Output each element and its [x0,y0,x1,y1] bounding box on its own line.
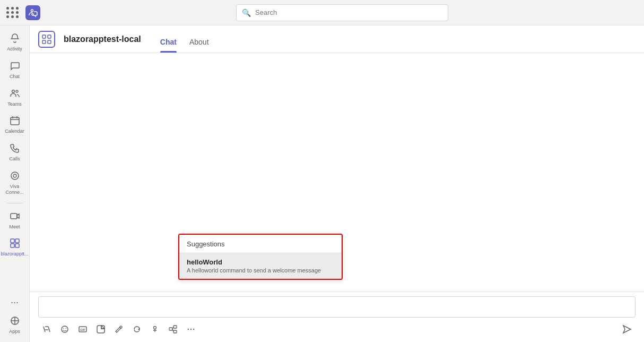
svg-rect-11 [15,239,19,243]
svg-point-35 [188,329,189,330]
sidebar-apps-label: Apps [9,329,20,335]
svg-rect-12 [11,244,14,247]
svg-point-28 [120,326,122,328]
suggestion-item-helloworld[interactable]: helloWorld A helloworld command to send … [179,253,342,279]
search-input[interactable] [255,8,442,16]
svg-rect-9 [11,213,17,219]
calls-icon [10,143,20,155]
message-input-box[interactable] [38,296,636,318]
top-bar: 🔍 [0,0,644,25]
svg-rect-17 [42,35,46,38]
content-area: blazorapptest-local Chat About Suggestio… [30,25,644,342]
svg-rect-18 [48,35,51,38]
activity-icon [10,33,20,45]
sidebar-chat-label: Chat [10,74,20,80]
sidebar-more-button[interactable]: ... [6,290,23,310]
svg-point-36 [190,329,192,330]
sidebar-calls-label: Calls [9,156,20,162]
search-icon: 🔍 [242,8,251,17]
svg-point-37 [193,329,194,330]
teams-logo [25,5,40,20]
svg-rect-20 [48,40,51,44]
svg-point-7 [11,172,19,179]
viva-icon [10,170,20,183]
svg-text:GIF: GIF [80,328,85,331]
svg-rect-3 [11,117,19,125]
app-icon-box [38,31,55,48]
search-bar[interactable]: 🔍 [236,4,448,21]
svg-rect-19 [42,40,46,44]
sidebar-teams-label: Teams [7,101,22,107]
svg-point-23 [66,328,67,329]
sidebar-item-calls[interactable]: Calls [1,140,29,165]
praise-button[interactable] [146,321,163,338]
sidebar-item-blazorapp[interactable]: blazorapptt... [1,235,29,260]
toolbar-row: GIF [38,321,636,338]
svg-rect-31 [173,326,177,328]
tab-chat[interactable]: Chat [154,25,183,53]
sidebar-item-activity[interactable]: Activity [1,30,29,55]
more-options-button[interactable] [182,321,199,338]
teams-icon [10,88,20,100]
sidebar: Activity Chat Teams [0,25,30,342]
tab-header: blazorapptest-local Chat About [30,25,644,53]
svg-rect-26 [97,326,105,333]
sidebar-divider [6,203,23,203]
blazorapp-icon [10,238,20,250]
tabs: Chat About [154,25,215,53]
suggestions-popup: Suggestions helloWorld A helloworld comm… [178,234,343,280]
sticker-button[interactable] [92,321,109,338]
format-button[interactable] [38,321,55,338]
loop-button[interactable] [128,321,145,338]
svg-line-33 [172,327,173,329]
tab-about[interactable]: About [183,25,215,53]
sidebar-activity-label: Activity [7,46,22,52]
sidebar-viva-label: Viva Conne... [3,184,27,195]
send-button[interactable] [619,321,636,338]
app-title: blazorapptest-local [64,35,141,44]
svg-rect-13 [15,244,19,247]
apps-launcher[interactable] [6,7,19,18]
svg-line-34 [172,329,173,332]
sidebar-meet-label: Meet [9,224,20,230]
sidebar-item-chat[interactable]: Chat [1,57,29,83]
svg-point-21 [62,326,68,332]
svg-rect-30 [169,328,172,330]
attach-button[interactable] [110,321,127,338]
sidebar-item-teams[interactable]: Teams [1,85,29,110]
svg-point-1 [12,90,14,92]
svg-point-2 [16,90,18,92]
emoji-button[interactable] [56,321,73,338]
sidebar-calendar-label: Calendar [5,129,24,134]
meet-icon [10,211,20,223]
suggestion-description: A helloworld command to send a welcome m… [187,267,334,273]
apps-icon [10,315,20,328]
sidebar-blazorapp-label: blazorapptt... [1,251,28,257]
svg-point-8 [13,174,16,177]
gif-button[interactable]: GIF [74,321,91,338]
sidebar-item-calendar[interactable]: Calendar [1,112,29,138]
input-area: GIF [30,292,644,342]
chat-main: Suggestions helloWorld A helloworld comm… [30,53,644,292]
suggestions-header: Suggestions [179,235,342,253]
sidebar-item-viva[interactable]: Viva Conne... [1,167,29,199]
svg-point-29 [154,327,156,329]
suggestion-name: helloWorld [187,258,334,266]
chat-icon [10,61,20,73]
svg-rect-32 [173,330,177,333]
calendar-icon [10,115,20,127]
svg-point-22 [63,328,64,329]
svg-point-0 [31,10,33,12]
sidebar-item-meet[interactable]: Meet [1,208,29,233]
sidebar-item-apps[interactable]: Apps [1,312,29,338]
share-button[interactable] [164,321,181,338]
svg-rect-10 [11,239,14,243]
